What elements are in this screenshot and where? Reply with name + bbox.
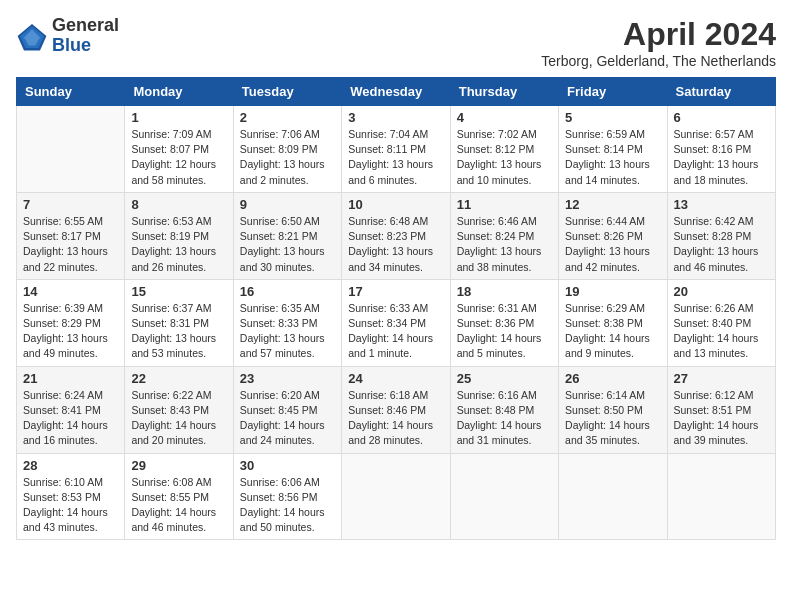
sunset: Sunset: 8:41 PM [23, 404, 101, 416]
calendar-day-cell: 8Sunrise: 6:53 AMSunset: 8:19 PMDaylight… [125, 192, 233, 279]
sunrise: Sunrise: 6:24 AM [23, 389, 103, 401]
calendar-day-cell: 6Sunrise: 6:57 AMSunset: 8:16 PMDaylight… [667, 106, 775, 193]
sunrise: Sunrise: 6:39 AM [23, 302, 103, 314]
daylight: Daylight: 13 hours and 53 minutes. [131, 332, 216, 359]
calendar-day-cell: 3Sunrise: 7:04 AMSunset: 8:11 PMDaylight… [342, 106, 450, 193]
calendar-day-cell: 23Sunrise: 6:20 AMSunset: 8:45 PMDayligh… [233, 366, 341, 453]
calendar-day-cell: 4Sunrise: 7:02 AMSunset: 8:12 PMDaylight… [450, 106, 558, 193]
day-number: 21 [23, 371, 118, 386]
calendar-day-cell: 22Sunrise: 6:22 AMSunset: 8:43 PMDayligh… [125, 366, 233, 453]
sunrise: Sunrise: 6:29 AM [565, 302, 645, 314]
daylight: Daylight: 13 hours and 22 minutes. [23, 245, 108, 272]
daylight: Daylight: 13 hours and 18 minutes. [674, 158, 759, 185]
calendar-week-row: 21Sunrise: 6:24 AMSunset: 8:41 PMDayligh… [17, 366, 776, 453]
weekday-header: Saturday [667, 78, 775, 106]
day-info: Sunrise: 6:53 AMSunset: 8:19 PMDaylight:… [131, 214, 226, 275]
day-info: Sunrise: 6:31 AMSunset: 8:36 PMDaylight:… [457, 301, 552, 362]
daylight: Daylight: 13 hours and 2 minutes. [240, 158, 325, 185]
day-info: Sunrise: 7:04 AMSunset: 8:11 PMDaylight:… [348, 127, 443, 188]
daylight: Daylight: 12 hours and 58 minutes. [131, 158, 216, 185]
title-block: April 2024 Terborg, Gelderland, The Neth… [541, 16, 776, 69]
sunset: Sunset: 8:53 PM [23, 491, 101, 503]
day-info: Sunrise: 6:59 AMSunset: 8:14 PMDaylight:… [565, 127, 660, 188]
daylight: Daylight: 13 hours and 42 minutes. [565, 245, 650, 272]
calendar-day-cell: 30Sunrise: 6:06 AMSunset: 8:56 PMDayligh… [233, 453, 341, 540]
day-number: 10 [348, 197, 443, 212]
day-info: Sunrise: 7:06 AMSunset: 8:09 PMDaylight:… [240, 127, 335, 188]
sunrise: Sunrise: 6:35 AM [240, 302, 320, 314]
daylight: Daylight: 13 hours and 30 minutes. [240, 245, 325, 272]
weekday-header: Friday [559, 78, 667, 106]
sunset: Sunset: 8:19 PM [131, 230, 209, 242]
calendar-day-cell: 2Sunrise: 7:06 AMSunset: 8:09 PMDaylight… [233, 106, 341, 193]
calendar-day-cell: 28Sunrise: 6:10 AMSunset: 8:53 PMDayligh… [17, 453, 125, 540]
day-number: 22 [131, 371, 226, 386]
calendar-day-cell [667, 453, 775, 540]
daylight: Daylight: 14 hours and 9 minutes. [565, 332, 650, 359]
sunrise: Sunrise: 6:26 AM [674, 302, 754, 314]
calendar-week-row: 1Sunrise: 7:09 AMSunset: 8:07 PMDaylight… [17, 106, 776, 193]
day-info: Sunrise: 6:39 AMSunset: 8:29 PMDaylight:… [23, 301, 118, 362]
day-info: Sunrise: 6:22 AMSunset: 8:43 PMDaylight:… [131, 388, 226, 449]
logo-general-text: General [52, 16, 119, 36]
day-info: Sunrise: 6:35 AMSunset: 8:33 PMDaylight:… [240, 301, 335, 362]
daylight: Daylight: 14 hours and 28 minutes. [348, 419, 433, 446]
location: Terborg, Gelderland, The Netherlands [541, 53, 776, 69]
sunrise: Sunrise: 7:04 AM [348, 128, 428, 140]
sunrise: Sunrise: 6:44 AM [565, 215, 645, 227]
sunset: Sunset: 8:36 PM [457, 317, 535, 329]
daylight: Daylight: 14 hours and 24 minutes. [240, 419, 325, 446]
day-info: Sunrise: 6:57 AMSunset: 8:16 PMDaylight:… [674, 127, 769, 188]
calendar-day-cell: 25Sunrise: 6:16 AMSunset: 8:48 PMDayligh… [450, 366, 558, 453]
calendar-day-cell: 11Sunrise: 6:46 AMSunset: 8:24 PMDayligh… [450, 192, 558, 279]
day-number: 8 [131, 197, 226, 212]
calendar-day-cell: 9Sunrise: 6:50 AMSunset: 8:21 PMDaylight… [233, 192, 341, 279]
sunset: Sunset: 8:11 PM [348, 143, 426, 155]
calendar-day-cell: 27Sunrise: 6:12 AMSunset: 8:51 PMDayligh… [667, 366, 775, 453]
day-info: Sunrise: 6:42 AMSunset: 8:28 PMDaylight:… [674, 214, 769, 275]
day-info: Sunrise: 6:50 AMSunset: 8:21 PMDaylight:… [240, 214, 335, 275]
sunrise: Sunrise: 6:06 AM [240, 476, 320, 488]
month-year: April 2024 [541, 16, 776, 53]
day-number: 17 [348, 284, 443, 299]
calendar-week-row: 14Sunrise: 6:39 AMSunset: 8:29 PMDayligh… [17, 279, 776, 366]
sunrise: Sunrise: 6:12 AM [674, 389, 754, 401]
sunrise: Sunrise: 6:53 AM [131, 215, 211, 227]
day-info: Sunrise: 7:09 AMSunset: 8:07 PMDaylight:… [131, 127, 226, 188]
page-header: General Blue April 2024 Terborg, Gelderl… [16, 16, 776, 69]
weekday-header: Wednesday [342, 78, 450, 106]
calendar-day-cell: 17Sunrise: 6:33 AMSunset: 8:34 PMDayligh… [342, 279, 450, 366]
daylight: Daylight: 13 hours and 57 minutes. [240, 332, 325, 359]
logo: General Blue [16, 16, 119, 56]
daylight: Daylight: 13 hours and 10 minutes. [457, 158, 542, 185]
day-number: 7 [23, 197, 118, 212]
calendar-day-cell: 13Sunrise: 6:42 AMSunset: 8:28 PMDayligh… [667, 192, 775, 279]
daylight: Daylight: 13 hours and 46 minutes. [674, 245, 759, 272]
day-number: 12 [565, 197, 660, 212]
calendar-day-cell: 21Sunrise: 6:24 AMSunset: 8:41 PMDayligh… [17, 366, 125, 453]
day-number: 25 [457, 371, 552, 386]
calendar-day-cell: 15Sunrise: 6:37 AMSunset: 8:31 PMDayligh… [125, 279, 233, 366]
calendar-week-row: 28Sunrise: 6:10 AMSunset: 8:53 PMDayligh… [17, 453, 776, 540]
sunset: Sunset: 8:21 PM [240, 230, 318, 242]
weekday-header: Thursday [450, 78, 558, 106]
sunset: Sunset: 8:40 PM [674, 317, 752, 329]
calendar-day-cell: 1Sunrise: 7:09 AMSunset: 8:07 PMDaylight… [125, 106, 233, 193]
calendar-day-cell: 16Sunrise: 6:35 AMSunset: 8:33 PMDayligh… [233, 279, 341, 366]
day-number: 4 [457, 110, 552, 125]
day-info: Sunrise: 6:55 AMSunset: 8:17 PMDaylight:… [23, 214, 118, 275]
day-info: Sunrise: 6:26 AMSunset: 8:40 PMDaylight:… [674, 301, 769, 362]
weekday-header: Sunday [17, 78, 125, 106]
calendar-day-cell [17, 106, 125, 193]
sunrise: Sunrise: 6:10 AM [23, 476, 103, 488]
daylight: Daylight: 14 hours and 39 minutes. [674, 419, 759, 446]
sunrise: Sunrise: 6:50 AM [240, 215, 320, 227]
day-info: Sunrise: 6:10 AMSunset: 8:53 PMDaylight:… [23, 475, 118, 536]
sunset: Sunset: 8:24 PM [457, 230, 535, 242]
day-info: Sunrise: 6:29 AMSunset: 8:38 PMDaylight:… [565, 301, 660, 362]
day-number: 26 [565, 371, 660, 386]
sunrise: Sunrise: 6:18 AM [348, 389, 428, 401]
daylight: Daylight: 14 hours and 50 minutes. [240, 506, 325, 533]
day-number: 29 [131, 458, 226, 473]
sunset: Sunset: 8:26 PM [565, 230, 643, 242]
